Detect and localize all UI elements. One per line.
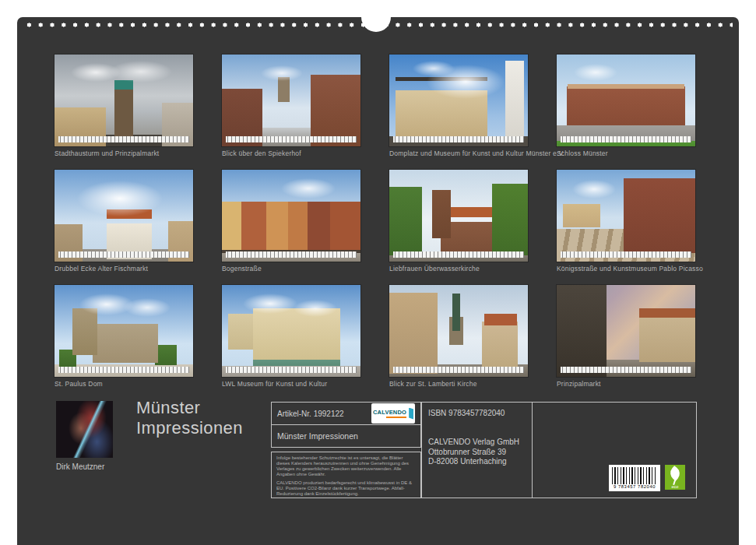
legal-text-2: CALVENDO produziert bedarfsgerecht und k… [276,480,416,497]
calvendo-logo-word: CALVENDO [373,409,406,418]
thumbnail-caption: Bogenstraße [222,265,360,272]
author-name: Dirk Meutzner [56,462,104,471]
publisher-info-panel: Artikel-Nr. 1992122 CALVENDO Münster Imp… [271,402,697,498]
calendar-thumbnail: Domplatz und Museum für Kunst und Kultur… [389,54,528,157]
hanger-notch [361,2,391,32]
thumbnail-caption: LWL Museum für Kunst und Kultur [222,380,360,388]
eco-label: eco [665,484,685,489]
thumbnail-photo [557,170,695,262]
thumbnail-photo [389,54,528,146]
calendar-thumbnail: LWL Museum für Kunst und Kultur [222,285,360,388]
calendar-thumbnail: Blick über den Spiekerhof [222,54,360,157]
calvendo-door-icon [409,408,413,420]
calendar-title-line1: Münster [136,398,243,418]
barcode-digits: 9 783457 782040 [612,484,657,489]
isbn: ISBN 9783457782040 [428,409,526,417]
thumbnail-caption: St. Paulus Dom [55,380,193,388]
thumbnail-caption: Blick zur St. Lamberti Kirche [389,380,528,388]
isbn-column: ISBN 9783457782040 CALVENDO Verlag GmbH … [422,403,533,498]
calendar-thumbnail: Bogenstraße [222,170,360,272]
thumbnail-photo [389,170,528,262]
thumbnail-caption: Blick über den Spiekerhof [222,149,360,157]
calendar-title-line2: Impressionen [136,418,243,438]
calendar-thumbnail: Drubbel Ecke Alter Fischmarkt [55,170,193,272]
article-number: Artikel-Nr. 1992122 [277,410,344,418]
thumbnail-caption: Königsstraße und Kunstmuseum Pablo Picas… [557,265,695,272]
calendar-title: Münster Impressionen [136,398,243,438]
calendar-thumbnail: Stadthausturm und Prinzipalmarkt [55,54,193,157]
eco-icon: eco [665,465,685,490]
article-number-row: Artikel-Nr. 1992122 CALVENDO [272,403,420,425]
thumbnail-photo [55,285,193,377]
calendar-thumbnail: Schloss Münster [557,54,695,157]
calendar-thumbnail: Königsstraße und Kunstmuseum Pablo Picas… [557,170,695,272]
thumbnail-photo [557,285,695,377]
barcode-bars [612,467,657,484]
thumbnail-photo [55,54,193,146]
series-title: Münster Impressionen [277,431,358,441]
legal-box: Infolge bestehender Schutzrechte ist es … [271,452,421,498]
calvendo-logo-text: CALVENDO [373,409,406,416]
calendar-thumbnail: Liebfrauen Überwasserkirche [389,170,528,272]
thumbnail-caption: Stadthausturm und Prinzipalmarkt [55,149,193,157]
publisher-city: D-82008 Unterhaching [428,457,526,467]
barcode: 9 783457 782040 [609,465,660,491]
thumbnail-photo [389,285,528,377]
thumbnail-caption: Liebfrauen Überwasserkirche [389,265,528,272]
calendar-thumbnail: Blick zur St. Lamberti Kirche [389,285,528,388]
thumbnail-caption: Prinzipalmarkt [557,380,695,388]
thumbnail-caption: Domplatz und Museum für Kunst und Kultur… [389,149,528,157]
calendar-thumbnail: Prinzipalmarkt [557,285,695,388]
thumbnail-caption: Schloss Münster [557,149,695,157]
isbn-barcode-box: ISBN 9783457782040 CALVENDO Verlag GmbH … [421,402,697,498]
thumbnail-caption: Drubbel Ecke Alter Fischmarkt [55,265,193,272]
thumbnail-photo [222,285,360,377]
publisher-name: CALVENDO Verlag GmbH [428,438,526,448]
thumbnail-photo [222,54,360,146]
barcode-column: 9 783457 782040 eco [533,403,696,498]
publisher-address: CALVENDO Verlag GmbH Ottobrunner Straße … [428,438,526,467]
calendar-thumbnail: St. Paulus Dom [55,285,193,388]
calvendo-logo-tagline [386,417,406,418]
author-photo [56,401,113,458]
product-info-column: Artikel-Nr. 1992122 CALVENDO Münster Imp… [271,402,421,498]
thumbnail-photo [55,170,193,262]
thumbnail-photo [222,170,360,262]
thumbnail-grid: Stadthausturm und Prinzipalmarkt Blick ü… [55,54,695,388]
calendar-back-page: Stadthausturm und Prinzipalmarkt Blick ü… [17,17,739,545]
publisher-street: Ottobrunner Straße 39 [428,448,526,458]
legal-text-1: Infolge bestehender Schutzrechte ist es … [276,455,416,477]
calvendo-logo: CALVENDO [371,403,415,424]
thumbnail-photo [557,54,695,146]
series-title-row: Münster Impressionen [272,425,420,447]
article-box: Artikel-Nr. 1992122 CALVENDO Münster Imp… [271,402,421,448]
